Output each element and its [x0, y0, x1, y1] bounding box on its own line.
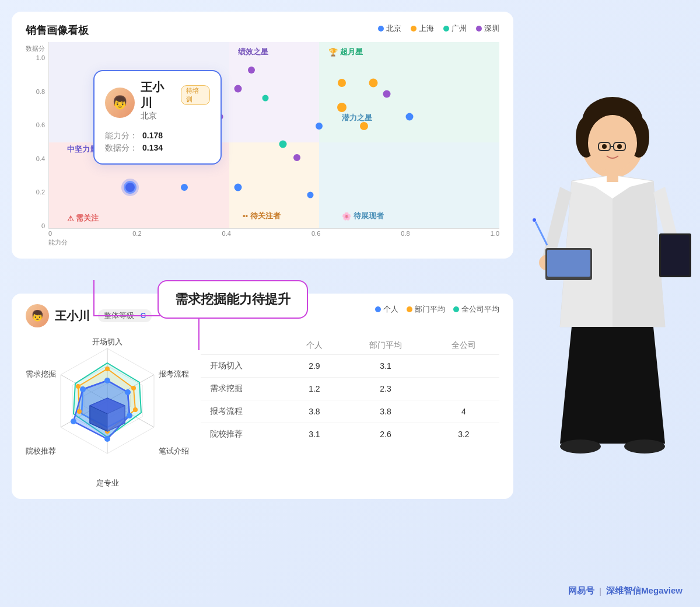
watermark-divider: |: [599, 586, 601, 596]
dot-18: [307, 191, 313, 198]
svg-rect-41: [659, 233, 691, 277]
th-company: 全公司: [428, 337, 499, 355]
val-kaichang-personal: 2.9: [285, 355, 343, 378]
svg-rect-32: [614, 142, 625, 151]
radar-label-dizhuanye: 定专业: [96, 478, 119, 489]
dot-15: [405, 113, 413, 120]
tooltip-tag: 待培训: [181, 85, 210, 105]
dot-16: [181, 184, 188, 191]
val-yuanxiao-dept: 2.6: [343, 423, 428, 446]
y-val-06: 0.6: [36, 121, 45, 128]
warning-icon: ⚠: [67, 214, 74, 223]
svg-point-15: [80, 386, 86, 392]
svg-point-12: [127, 413, 132, 418]
x-axis: 0 0.2 0.4 0.6 0.8 1.0: [48, 229, 499, 237]
label-need-attention: ⚠ 需关注: [67, 213, 99, 224]
val-yuanxiao-personal: 3.1: [285, 423, 343, 446]
svg-point-14: [71, 418, 76, 424]
dot-5: [235, 85, 242, 92]
callout-box: 需求挖掘能力待提升: [158, 280, 308, 319]
dot-14: [383, 90, 391, 98]
legend-beijing: 北京: [378, 23, 401, 34]
val-yuanxiao-company: 3.2: [428, 423, 499, 446]
data-label: 数据分：: [105, 143, 138, 154]
y-val-04: 0.4: [36, 155, 45, 162]
watermark-company: 深维智信Megaview: [606, 585, 682, 596]
dot-8: [279, 141, 287, 148]
legend-shenzhen: 深圳: [476, 23, 499, 34]
wait-present-text: 待展现者: [354, 211, 384, 221]
dot-11: [337, 103, 346, 112]
svg-point-13: [104, 436, 110, 442]
legend-label-dept: 部门平均: [415, 304, 445, 315]
table-row: 需求挖掘 1.2 2.3: [201, 378, 499, 400]
legend-guangzhou: 广州: [443, 23, 467, 34]
tooltip-ability-row: 能力分： 0.178: [105, 131, 210, 141]
dot-12: [360, 122, 368, 130]
svg-point-18: [133, 407, 138, 412]
val-baukao-dept: 3.8: [343, 400, 428, 423]
svg-point-35: [617, 144, 622, 149]
legend-label-company: 全公司平均: [461, 304, 499, 315]
top-card: 销售画像看板 北京 上海 广州 深圳 数据分: [12, 12, 513, 259]
svg-point-16: [105, 367, 110, 371]
tooltip-avatar: 👦: [105, 88, 135, 118]
legend-dot-shenzhen: [476, 26, 482, 32]
svg-point-28: [576, 117, 597, 158]
legend-company: 全公司平均: [453, 304, 499, 315]
svg-point-37: [539, 254, 558, 271]
data-value: 0.134: [142, 143, 163, 154]
watermark: 网易号 | 深维智信Megaview: [568, 585, 682, 596]
dot-10: [316, 123, 323, 130]
need-attention-text: 需关注: [76, 213, 99, 224]
radar-chart: 开场切入 报考流程 笔试介绍 定专业 院校推荐 需求挖掘: [26, 337, 189, 489]
ability-label: 能力分：: [105, 131, 138, 141]
radar-label-yuanxiao: 院校推荐: [26, 446, 56, 456]
svg-point-30: [588, 115, 637, 171]
legend-dot-guangzhou: [443, 26, 449, 32]
tooltip-city: 北京: [141, 111, 210, 121]
dot-6: [248, 67, 255, 74]
svg-rect-39: [545, 248, 592, 280]
skill-kaichang: 开场切入: [201, 355, 285, 378]
svg-point-38: [667, 254, 686, 271]
table-row: 开场切入 2.9 3.1: [201, 355, 499, 378]
skills-table: 个人 部门平均 全公司 开场切入 2.9 3.1 需求: [201, 337, 499, 445]
th-personal: 个人: [285, 337, 343, 355]
trophy-icon: 🏆: [328, 48, 338, 57]
val-kaichang-company: [428, 355, 499, 378]
callout-text: 需求挖掘能力待提升: [175, 292, 290, 306]
bottom-content: 开场切入 报考流程 笔试介绍 定专业 院校推荐 需求挖掘 个人 部门平均 全公司: [26, 337, 499, 489]
ability-value: 0.178: [142, 131, 163, 141]
svg-rect-40: [547, 250, 590, 277]
val-xuqiu-company: [428, 378, 499, 400]
x-val-04: 0.4: [222, 230, 231, 237]
svg-point-46: [533, 218, 536, 222]
svg-point-21: [76, 384, 80, 389]
th-skill: [201, 337, 285, 355]
val-baukao-company: 4: [428, 400, 499, 423]
bottom-name: 王小川: [55, 308, 90, 324]
svg-point-44: [624, 439, 665, 453]
skill-baukao: 报考流程: [201, 400, 285, 423]
y-axis-label: 数据分: [26, 44, 45, 53]
bottom-avatar: 👦: [26, 304, 49, 327]
radar-label-xuqiu: 需求挖掘: [26, 369, 56, 379]
svg-point-27: [582, 97, 643, 146]
tooltip-name: 王小川: [141, 79, 174, 111]
radar-label-baukao: 报考流程: [159, 369, 189, 379]
legend-personal: 个人: [375, 304, 398, 315]
tooltip-popup: 👦 王小川 待培训 北京 能力分： 0.178 数据分： 0.134: [93, 70, 222, 165]
x-val-06: 0.6: [312, 230, 320, 237]
highlight-dot-wang: [124, 181, 136, 194]
svg-point-34: [602, 144, 607, 149]
label-perf-star: 绩效之星: [238, 47, 268, 57]
legend-dept: 部门平均: [407, 304, 445, 315]
svg-point-26: [580, 102, 645, 178]
legend-label-shanghai: 上海: [419, 23, 434, 34]
label-wait-attention: •• 待关注者: [243, 211, 281, 221]
legend-label-personal: 个人: [383, 304, 398, 315]
svg-point-10: [104, 378, 110, 383]
dot-9: [293, 154, 300, 161]
radar-label-kaichang: 开场切入: [92, 337, 123, 347]
